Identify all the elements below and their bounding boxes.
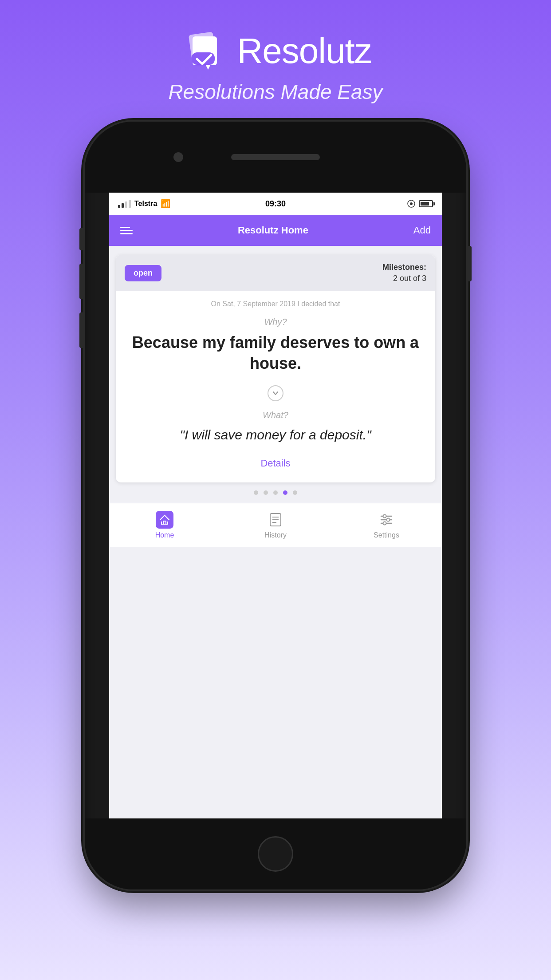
status-bar: Telstra 📶 09:30	[109, 193, 442, 215]
location-icon	[407, 200, 415, 208]
carrier-name: Telstra	[134, 200, 157, 208]
app-tagline: Resolutions Made Easy	[168, 80, 382, 104]
svg-point-5	[410, 202, 413, 205]
status-right	[407, 200, 433, 208]
power-button	[468, 246, 472, 281]
tab-settings[interactable]: Settings	[360, 511, 413, 539]
what-label: What?	[127, 410, 424, 420]
decided-text: On Sat, 7 September 2019 I decided that	[127, 300, 424, 308]
app-name: Resolutz	[237, 31, 371, 71]
volume-up-button	[79, 264, 83, 299]
svg-point-15	[383, 522, 386, 525]
why-text: Because my family deserves to own a hous…	[127, 332, 424, 374]
card-header: open Milestones: 2 out of 3	[116, 255, 435, 291]
app-logo	[179, 27, 228, 75]
add-button[interactable]: Add	[413, 225, 431, 236]
phone-screen: Telstra 📶 09:30 Resolutz Home	[109, 193, 442, 818]
milestones-value: 2 out of 3	[382, 273, 426, 284]
nav-title: Resolutz Home	[238, 225, 308, 236]
phone-frame: Telstra 📶 09:30 Resolutz Home	[85, 122, 466, 889]
milestones-label: Milestones:	[382, 262, 426, 273]
wifi-icon: 📶	[161, 199, 170, 209]
screen-content: open Milestones: 2 out of 3 On Sat, 7 Se…	[109, 246, 442, 818]
svg-point-13	[383, 515, 386, 518]
history-icon	[267, 511, 284, 529]
volume-down-button	[79, 312, 83, 348]
page-dot-3	[273, 490, 278, 495]
page-dots	[109, 482, 442, 503]
status-left: Telstra 📶	[118, 199, 170, 209]
svg-marker-3	[206, 65, 210, 70]
tab-bar: Home History	[109, 503, 442, 547]
home-button[interactable]	[258, 836, 293, 872]
open-badge[interactable]: open	[125, 265, 161, 281]
tab-history[interactable]: History	[249, 511, 302, 539]
battery-icon	[419, 200, 433, 207]
signal-icon	[118, 200, 131, 208]
phone-speaker	[231, 154, 320, 160]
tab-home[interactable]: Home	[138, 511, 191, 539]
phone-top-bezel	[85, 122, 466, 193]
details-link[interactable]: Details	[127, 453, 424, 474]
phone-camera	[173, 152, 183, 162]
page-dot-5	[293, 490, 297, 495]
svg-point-14	[387, 518, 390, 522]
tab-settings-label: Settings	[374, 531, 399, 539]
divider	[127, 385, 424, 401]
page-dot-1	[254, 490, 258, 495]
status-time: 09:30	[265, 199, 286, 209]
home-icon	[156, 511, 173, 529]
navigation-bar: Resolutz Home Add	[109, 215, 442, 246]
page-dot-4-active	[283, 490, 287, 495]
tab-home-label: Home	[155, 531, 174, 539]
page-dot-2	[264, 490, 268, 495]
why-label: Why?	[127, 317, 424, 327]
milestones-info: Milestones: 2 out of 3	[382, 262, 426, 284]
phone-bottom-bezel	[85, 818, 466, 889]
app-header: Resolutz Resolutions Made Easy	[168, 27, 382, 104]
resolution-card: open Milestones: 2 out of 3 On Sat, 7 Se…	[116, 255, 435, 482]
settings-icon	[378, 511, 395, 529]
tab-history-label: History	[264, 531, 287, 539]
what-text: "I will save money for a deposit."	[127, 426, 424, 444]
menu-button[interactable]	[120, 227, 133, 234]
chevron-down-icon[interactable]	[268, 385, 283, 401]
mute-button	[79, 228, 83, 250]
card-body: On Sat, 7 September 2019 I decided that …	[116, 291, 435, 482]
